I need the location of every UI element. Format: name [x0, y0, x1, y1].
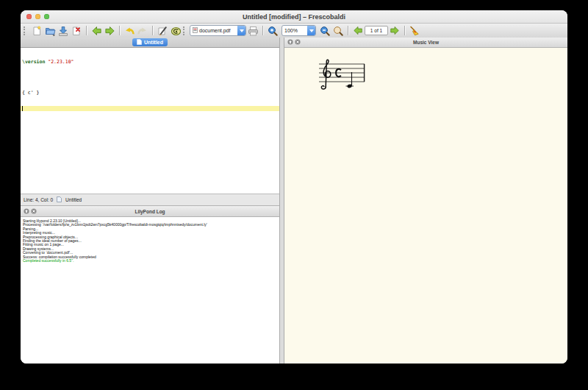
zoom-in-icon	[268, 26, 278, 36]
lilypond-log-output[interactable]: Starting lilypond 2.23.10 [Untitled]... …	[21, 217, 279, 364]
music-view-pane: Music View	[284, 38, 567, 364]
go-back-icon	[91, 26, 102, 36]
new-document-icon	[32, 26, 42, 36]
toolbar-separator	[404, 26, 405, 35]
keyword-token: \version	[22, 59, 48, 65]
minimize-window-button[interactable]	[35, 14, 40, 19]
code-line-2	[21, 75, 279, 80]
toolbar-separator	[152, 26, 153, 35]
toolbar-separator	[348, 26, 348, 35]
go-forward-icon	[104, 26, 115, 36]
float-panel-button[interactable]	[24, 208, 29, 215]
string-token: "2.23.10"	[48, 59, 74, 65]
toolbar-separator	[119, 26, 120, 35]
music-page[interactable]	[284, 48, 567, 364]
title-bar[interactable]: Untitled [modified] – Frescobaldi	[21, 10, 567, 24]
log-success-line: Completed successfully in 6.5".	[23, 259, 279, 263]
engrave-lilypond-button[interactable]	[169, 24, 182, 37]
document-icon	[137, 39, 142, 46]
clear-highlighting-button[interactable]	[408, 24, 421, 37]
print-icon	[248, 26, 259, 36]
code-editor[interactable]: \version "2.23.10" { c' }	[21, 48, 279, 194]
close-document-icon	[71, 26, 82, 36]
tab-untitled[interactable]: Untitled	[132, 38, 168, 46]
editor-status-bar: Line: 4, Col: 0 Untitled	[21, 194, 279, 205]
open-document-button[interactable]	[43, 24, 57, 37]
next-page-button[interactable]	[388, 24, 401, 37]
vertical-splitter[interactable]	[279, 38, 284, 364]
music-document-value: document.pdf	[199, 28, 233, 33]
quarter-note	[346, 72, 354, 88]
main-toolbar: document.pdf 100% 1 of 1	[21, 24, 567, 38]
save-document-icon	[58, 26, 68, 36]
save-document-button[interactable]	[57, 24, 70, 37]
status-document-name: Untitled	[65, 197, 82, 202]
close-document-button[interactable]	[70, 24, 83, 37]
zoom-in-button[interactable]	[266, 24, 279, 37]
current-line-highlight	[21, 106, 279, 111]
zoom-window-button[interactable]	[44, 14, 49, 19]
lilypond-log-header: LilyPond Log	[21, 205, 279, 217]
traffic-lights	[26, 14, 49, 19]
desktop: { "window": { "title": "Untitled [modifi…	[0, 0, 588, 390]
cursor-position-label: Line: 4, Col: 0	[24, 197, 53, 202]
editor-pane: Untitled \version "2.23.10" { c' } Line:…	[21, 38, 279, 364]
frescobaldi-window: Untitled [modified] – Frescobaldi	[21, 10, 567, 364]
pdf-mini-icon	[193, 27, 198, 34]
toolbar-separator	[86, 26, 87, 35]
magnifier-icon	[333, 26, 343, 36]
tab-label: Untitled	[144, 40, 163, 45]
next-page-icon	[390, 26, 400, 35]
score-staff[interactable]	[316, 55, 368, 92]
code-line-1: \version "2.23.10"	[21, 60, 279, 65]
panel-buttons	[24, 206, 37, 216]
music-document-selector[interactable]: document.pdf	[190, 25, 246, 36]
panel-buttons	[287, 38, 301, 47]
close-panel-button[interactable]	[295, 39, 301, 46]
window-title: Untitled [modified] – Frescobaldi	[243, 13, 345, 21]
code-line-3: { c' }	[21, 91, 279, 96]
previous-page-icon	[353, 26, 363, 35]
float-panel-button[interactable]	[287, 39, 293, 46]
text-cursor	[22, 106, 23, 111]
music-view-title: Music View	[413, 40, 439, 45]
chevron-down-icon	[237, 26, 245, 35]
print-music-button[interactable]	[246, 24, 259, 37]
main-area: Untitled \version "2.23.10" { c' } Line:…	[21, 38, 567, 364]
close-panel-button[interactable]	[31, 208, 37, 215]
previous-page-button[interactable]	[351, 24, 365, 37]
edit-in-place-icon	[157, 26, 168, 36]
zoom-level-selector[interactable]: 100%	[282, 25, 316, 36]
document-tab-bar: Untitled	[21, 38, 279, 48]
magnifier-button[interactable]	[331, 24, 345, 37]
engrave-lilypond-icon	[171, 26, 182, 36]
zoom-out-button[interactable]	[318, 24, 331, 37]
document-icon	[57, 196, 62, 203]
go-forward-button[interactable]	[103, 24, 116, 37]
undo-icon	[124, 26, 135, 36]
redo-icon	[137, 26, 148, 36]
close-window-button[interactable]	[26, 14, 32, 19]
open-document-icon	[45, 26, 56, 36]
edit-in-place-button[interactable]	[156, 24, 169, 37]
redo-button[interactable]	[136, 24, 149, 37]
chevron-down-icon	[307, 26, 315, 35]
music-view-header: Music View	[284, 38, 567, 48]
clear-highlighting-icon	[409, 26, 420, 36]
zoom-level-value: 100%	[284, 28, 301, 33]
toolbar-grip[interactable]	[24, 26, 28, 35]
zoom-out-icon	[320, 26, 330, 36]
new-document-button[interactable]	[30, 24, 43, 37]
toolbar-grip[interactable]	[183, 26, 187, 35]
go-back-button[interactable]	[90, 24, 103, 37]
page-number-field[interactable]: 1 of 1	[365, 26, 388, 35]
log-panel-title: LilyPond Log	[135, 209, 165, 214]
undo-button[interactable]	[123, 24, 136, 37]
toolbar-separator	[262, 26, 263, 35]
